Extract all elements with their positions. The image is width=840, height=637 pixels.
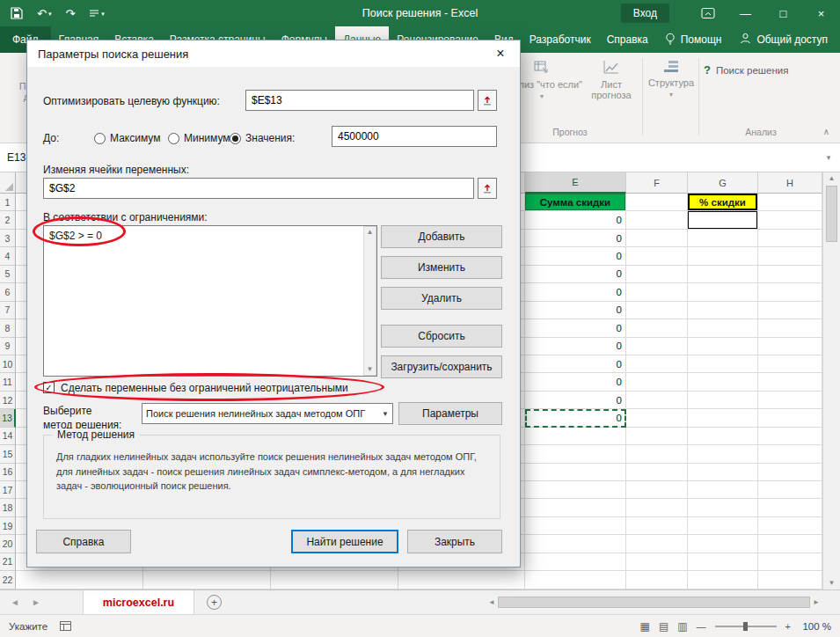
cell-G1[interactable]: % скидки — [688, 194, 758, 211]
cell-F9[interactable] — [626, 338, 688, 355]
change-button[interactable]: Изменить — [381, 256, 502, 279]
column-header-G[interactable]: G — [688, 172, 758, 194]
cell-G15[interactable] — [688, 445, 758, 463]
cell-G12[interactable] — [688, 392, 758, 409]
cell-H8[interactable] — [758, 319, 822, 337]
row-header-15[interactable]: 15 — [0, 445, 16, 463]
cell-H17[interactable] — [758, 481, 822, 499]
cell-B22[interactable] — [143, 571, 271, 589]
scroll-up-icon[interactable]: ▲ — [829, 175, 836, 182]
cell-G22[interactable] — [688, 571, 758, 589]
view-normal-icon[interactable]: ▦ — [640, 620, 650, 633]
close-dialog-button[interactable]: Закрыть — [407, 530, 502, 553]
maximize-button[interactable]: □ — [764, 0, 802, 26]
cell-H20[interactable] — [758, 535, 822, 553]
vertical-scrollbar-thumb[interactable] — [826, 186, 837, 242]
cell-E21[interactable] — [525, 553, 626, 571]
cell-E15[interactable] — [525, 445, 626, 463]
row-header-20[interactable]: 20 — [0, 535, 16, 553]
cell-H9[interactable] — [758, 338, 822, 355]
collapse-ribbon-button[interactable]: ∧ — [823, 127, 829, 136]
variables-range-button[interactable] — [478, 178, 497, 199]
cell-G4[interactable] — [688, 247, 758, 265]
cell-H7[interactable] — [758, 302, 822, 319]
row-header-11[interactable]: 11 — [0, 373, 16, 391]
zoom-level[interactable]: 100 % — [800, 621, 831, 632]
cell-E20[interactable] — [525, 535, 626, 553]
cell-E11[interactable]: 0 — [525, 373, 626, 391]
radio-value[interactable] — [230, 133, 241, 144]
cell-E12[interactable]: 0 — [525, 392, 626, 409]
cell-E13[interactable]: 0 — [525, 409, 626, 427]
cell-E18[interactable] — [525, 499, 626, 516]
cell-F13[interactable] — [626, 409, 688, 427]
row-header-3[interactable]: 3 — [0, 230, 16, 247]
row-header-13[interactable]: 13 — [0, 409, 16, 427]
row-header-5[interactable]: 5 — [0, 266, 16, 283]
cell-H5[interactable] — [758, 266, 822, 283]
horizontal-scrollbar[interactable]: ◄ ► — [486, 590, 822, 614]
method-select[interactable]: Поиск решения нелинейных задач методом О… — [142, 403, 393, 424]
scroll-down-icon[interactable]: ▼ — [829, 580, 836, 587]
cell-G10[interactable] — [688, 355, 758, 373]
zoom-slider[interactable] — [715, 626, 777, 627]
cell-H22[interactable] — [758, 571, 822, 589]
view-page-layout-icon[interactable]: ▤ — [659, 620, 668, 633]
column-header-E[interactable]: E — [525, 172, 626, 194]
radio-min-label[interactable]: Минимум — [184, 132, 230, 144]
cell-F4[interactable] — [626, 247, 688, 265]
cell-F21[interactable] — [626, 553, 688, 571]
redo-button[interactable]: ↷ — [65, 8, 75, 19]
cell-G16[interactable] — [688, 464, 758, 481]
cell-F7[interactable] — [626, 302, 688, 319]
reset-button[interactable]: Сбросить — [381, 325, 502, 348]
cell-G7[interactable] — [688, 302, 758, 319]
zoom-out-button[interactable]: — — [697, 621, 706, 632]
cell-E22[interactable] — [525, 571, 626, 589]
cell-E5[interactable]: 0 — [525, 266, 626, 283]
cell-G13[interactable] — [688, 409, 758, 427]
row-header-14[interactable]: 14 — [0, 428, 16, 445]
vertical-scrollbar[interactable]: ▲ ▼ — [822, 172, 840, 589]
constraints-list[interactable]: $G$2 > = 0 — [43, 225, 377, 377]
row-header-19[interactable]: 19 — [0, 517, 16, 535]
cell-H18[interactable] — [758, 499, 822, 516]
cell-F3[interactable] — [626, 230, 688, 247]
cell-H1[interactable] — [758, 194, 822, 211]
cell-H11[interactable] — [758, 373, 822, 391]
dialog-close-button[interactable]: × — [481, 40, 520, 67]
cell-A22[interactable] — [16, 571, 143, 589]
radio-max[interactable] — [94, 133, 106, 144]
row-header-7[interactable]: 7 — [0, 302, 16, 319]
cell-G18[interactable] — [688, 499, 758, 516]
row-header-4[interactable]: 4 — [0, 247, 16, 265]
cell-H4[interactable] — [758, 247, 822, 265]
cell-G2[interactable] — [688, 211, 758, 229]
tab-разработчик[interactable]: Разработчик — [522, 26, 599, 53]
select-all-corner[interactable] — [0, 172, 16, 194]
tab-справка[interactable]: Справка — [599, 26, 656, 53]
sheet-nav-buttons[interactable]: ◄ ► — [0, 590, 51, 614]
cell-H2[interactable] — [758, 211, 822, 229]
help-button[interactable]: Справка — [36, 530, 131, 553]
cell-G20[interactable] — [688, 535, 758, 553]
customize-qat-button[interactable]: ▾ — [89, 9, 105, 18]
cell-E6[interactable]: 0 — [525, 283, 626, 301]
radio-max-label[interactable]: Максимум — [110, 132, 160, 144]
cell-H16[interactable] — [758, 464, 822, 481]
cell-F5[interactable] — [626, 266, 688, 283]
row-header-21[interactable]: 21 — [0, 553, 16, 571]
new-sheet-button[interactable]: + — [207, 590, 222, 614]
minimize-button[interactable]: — — [727, 0, 764, 26]
cell-G19[interactable] — [688, 517, 758, 535]
cell-E8[interactable]: 0 — [525, 319, 626, 337]
column-header-F[interactable]: F — [626, 172, 688, 194]
forecast-sheet-button[interactable]: Лист прогноза — [584, 60, 639, 101]
cell-C22[interactable] — [271, 571, 398, 589]
constraints-scrollbar[interactable]: ▲ ▼ — [363, 226, 376, 376]
cell-E3[interactable]: 0 — [525, 230, 626, 247]
cell-F16[interactable] — [626, 464, 688, 481]
macro-record-icon[interactable] — [60, 621, 71, 631]
scroll-right-icon[interactable]: ► — [813, 599, 820, 606]
cell-G21[interactable] — [688, 553, 758, 571]
